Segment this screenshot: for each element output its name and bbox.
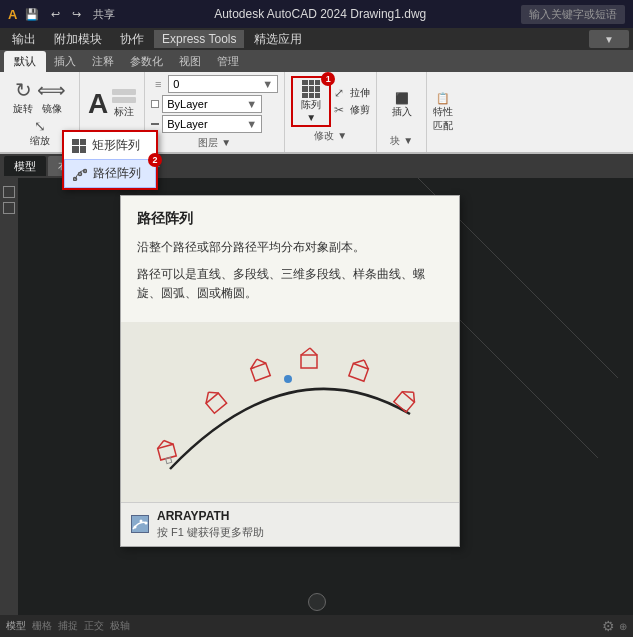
tab-param[interactable]: 参数化 <box>122 51 171 72</box>
svg-line-24 <box>409 392 419 402</box>
title-bar-left: A 💾 ↩ ↪ 共享 <box>8 5 119 24</box>
mirror-button[interactable]: ⟺ 镜像 <box>37 78 66 116</box>
quick-access-share[interactable]: 共享 <box>89 5 119 24</box>
path-array-icon <box>73 167 87 181</box>
array-button[interactable]: 陈列 ▼ <box>295 80 327 123</box>
tooltip-footer-text: ARRAYPATH 按 F1 键获得更多帮助 <box>157 509 264 540</box>
layer-dropdown[interactable]: 0 ▼ <box>168 75 278 93</box>
tooltip-help: 按 F1 键获得更多帮助 <box>157 525 264 540</box>
ribbon-group-modify2: 陈列 ▼ 1 ⤢ 拉伸 ✂ 修剪 修改 ▼ <box>285 72 377 152</box>
quick-access-undo[interactable]: ↩ <box>47 6 64 23</box>
trim-button[interactable]: ✂ 修剪 <box>334 103 370 117</box>
rotate-button[interactable]: ↻ 旋转 <box>13 78 33 116</box>
color-dropdown[interactable]: ByLayer ▼ <box>162 95 262 113</box>
ribbon-group-layer: ≡ 0 ▼ ByLayer ▼ ByLayer ▼ 图层 ▼ <box>145 72 285 152</box>
tooltip-desc1: 沿整个路径或部分路径平均分布对象副本。 <box>137 238 443 257</box>
status-bar: 模型 栅格 捕捉 正交 极轴 ⚙ ⊕ <box>0 615 633 637</box>
ribbon-group-insert: ⬛插入 块 ▼ <box>377 72 427 152</box>
text-button[interactable]: A <box>88 90 108 118</box>
ribbon-tabs: 默认 插入 注释 参数化 视图 管理 <box>0 50 633 72</box>
status-gear-icon[interactable]: ⚙ <box>602 618 615 634</box>
status-grid[interactable]: 栅格 <box>32 619 52 633</box>
svg-rect-13 <box>251 363 270 381</box>
status-model[interactable]: 模型 <box>6 619 26 633</box>
menu-plugins[interactable]: 附加模块 <box>46 29 110 50</box>
svg-rect-9 <box>166 457 172 463</box>
svg-line-17 <box>301 348 310 355</box>
svg-rect-16 <box>301 355 317 368</box>
title-bar-center: Autodesk AutoCAD 2024 Drawing1.dwg <box>119 7 521 21</box>
tab-manage[interactable]: 管理 <box>209 51 247 72</box>
arraypath-small-icon <box>132 518 148 530</box>
badge-1: 1 <box>321 72 335 86</box>
svg-line-12 <box>208 388 218 398</box>
rect-array-label: 矩形阵列 <box>92 137 140 154</box>
dim-button2[interactable] <box>112 97 136 103</box>
stretch-button[interactable]: ⤢ 拉伸 <box>334 86 370 100</box>
status-snap[interactable]: 捕捉 <box>58 619 78 633</box>
sidebar-tool1[interactable] <box>3 186 15 198</box>
tooltip-diagram <box>121 322 459 502</box>
svg-rect-22 <box>394 392 415 412</box>
array-button-container: 陈列 ▼ 1 <box>291 76 331 127</box>
svg-point-25 <box>134 526 137 529</box>
autocad-logo: A <box>8 7 17 22</box>
tooltip-footer: ARRAYPATH 按 F1 键获得更多帮助 <box>121 502 459 546</box>
arraypath-icon <box>131 515 149 533</box>
menu-output[interactable]: 输出 <box>4 29 44 50</box>
svg-point-27 <box>145 522 148 525</box>
tooltip-desc2: 路径可以是直线、多段线、三维多段线、样条曲线、螺旋、圆弧、圆或椭圆。 <box>137 265 443 303</box>
scale-button[interactable]: ⤡ 缩放 <box>30 118 50 148</box>
svg-point-26 <box>140 520 143 523</box>
window-title: Autodesk AutoCAD 2024 Drawing1.dwg <box>214 7 426 21</box>
menu-featured[interactable]: 精选应用 <box>246 29 310 50</box>
tooltip-popup: 路径阵列 沿整个路径或部分路径平均分布对象副本。 路径可以是直线、多段线、三维多… <box>120 195 460 547</box>
array-option-rect[interactable]: 矩形阵列 <box>64 132 156 159</box>
menu-express-tools[interactable]: Express Tools <box>154 30 244 48</box>
status-polar[interactable]: 极轴 <box>110 619 130 633</box>
tab-default[interactable]: 默认 <box>4 51 46 72</box>
title-bar: A 💾 ↩ ↪ 共享 Autodesk AutoCAD 2024 Drawing… <box>0 0 633 28</box>
sidebar-tool2[interactable] <box>3 202 15 214</box>
linetype-dropdown[interactable]: ByLayer ▼ <box>162 115 262 133</box>
search-box[interactable]: 输入关键字或短语 <box>521 5 625 24</box>
rect-array-icon <box>72 139 86 153</box>
array-dropdown-popup: 矩形阵列 路径阵列 2 <box>62 130 158 190</box>
layer-icon: ≡ <box>151 77 165 91</box>
dim-button1[interactable] <box>112 89 136 95</box>
left-sidebar <box>0 178 18 615</box>
path-array-label: 路径阵列 <box>93 165 141 182</box>
badge-2: 2 <box>148 153 162 167</box>
view-indicator <box>308 593 326 611</box>
menu-bar: 输出 附加模块 协作 Express Tools 精选应用 ▼ <box>0 28 633 50</box>
tooltip-content: 路径阵列 沿整个路径或部分路径平均分布对象副本。 路径可以是直线、多段线、三维多… <box>121 196 459 322</box>
svg-rect-19 <box>349 364 368 382</box>
linetype-icon <box>151 123 159 125</box>
insert-block-button[interactable]: ⬛插入 <box>392 76 412 134</box>
svg-point-5 <box>284 375 292 383</box>
menu-collab[interactable]: 协作 <box>112 29 152 50</box>
quick-access-redo[interactable]: ↪ <box>68 6 85 23</box>
svg-rect-10 <box>206 393 227 413</box>
svg-line-18 <box>310 348 317 355</box>
array-option-path[interactable]: 路径阵列 2 <box>64 159 156 188</box>
path-array-diagram <box>140 324 440 499</box>
status-ortho[interactable]: 正交 <box>84 619 104 633</box>
search-placeholder: 输入关键字或短语 <box>529 8 617 20</box>
tab-annotate[interactable]: 注释 <box>84 51 122 72</box>
svg-rect-6 <box>158 444 177 460</box>
properties-button[interactable]: 📋特性匹配 <box>433 76 453 148</box>
tab-model[interactable]: 模型 <box>4 156 46 176</box>
tab-insert[interactable]: 插入 <box>46 51 84 72</box>
tooltip-title: 路径阵列 <box>137 210 443 228</box>
tab-view[interactable]: 视图 <box>171 51 209 72</box>
quick-access-save[interactable]: 💾 <box>21 6 43 23</box>
tooltip-command: ARRAYPATH <box>157 509 264 523</box>
color-white-swatch <box>151 100 159 108</box>
status-zoom[interactable]: ⊕ <box>619 621 627 632</box>
ribbon-group-properties: 📋特性匹配 <box>427 72 459 152</box>
